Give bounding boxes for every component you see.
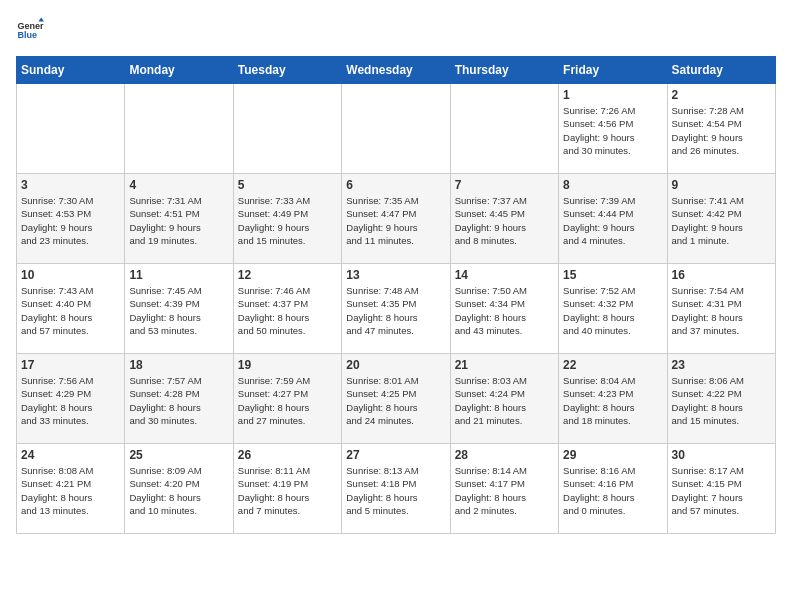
calendar-day-cell: 14Sunrise: 7:50 AM Sunset: 4:34 PM Dayli… — [450, 264, 558, 354]
day-number: 1 — [563, 88, 662, 102]
day-info: Sunrise: 7:37 AM Sunset: 4:45 PM Dayligh… — [455, 194, 554, 247]
day-info: Sunrise: 8:04 AM Sunset: 4:23 PM Dayligh… — [563, 374, 662, 427]
day-number: 21 — [455, 358, 554, 372]
calendar-day-cell: 26Sunrise: 8:11 AM Sunset: 4:19 PM Dayli… — [233, 444, 341, 534]
calendar-day-cell: 1Sunrise: 7:26 AM Sunset: 4:56 PM Daylig… — [559, 84, 667, 174]
calendar-day-cell: 2Sunrise: 7:28 AM Sunset: 4:54 PM Daylig… — [667, 84, 775, 174]
day-number: 27 — [346, 448, 445, 462]
day-number: 5 — [238, 178, 337, 192]
calendar: SundayMondayTuesdayWednesdayThursdayFrid… — [16, 56, 776, 534]
day-info: Sunrise: 8:14 AM Sunset: 4:17 PM Dayligh… — [455, 464, 554, 517]
calendar-day-cell: 16Sunrise: 7:54 AM Sunset: 4:31 PM Dayli… — [667, 264, 775, 354]
page-header: General Blue — [16, 16, 776, 44]
day-info: Sunrise: 7:59 AM Sunset: 4:27 PM Dayligh… — [238, 374, 337, 427]
logo: General Blue — [16, 16, 48, 44]
day-header: Sunday — [17, 57, 125, 84]
day-number: 12 — [238, 268, 337, 282]
calendar-day-cell: 3Sunrise: 7:30 AM Sunset: 4:53 PM Daylig… — [17, 174, 125, 264]
calendar-day-cell: 21Sunrise: 8:03 AM Sunset: 4:24 PM Dayli… — [450, 354, 558, 444]
day-info: Sunrise: 8:11 AM Sunset: 4:19 PM Dayligh… — [238, 464, 337, 517]
day-number: 25 — [129, 448, 228, 462]
day-number: 2 — [672, 88, 771, 102]
day-header: Friday — [559, 57, 667, 84]
calendar-day-cell — [125, 84, 233, 174]
day-number: 13 — [346, 268, 445, 282]
calendar-day-cell: 18Sunrise: 7:57 AM Sunset: 4:28 PM Dayli… — [125, 354, 233, 444]
day-number: 16 — [672, 268, 771, 282]
day-info: Sunrise: 7:48 AM Sunset: 4:35 PM Dayligh… — [346, 284, 445, 337]
day-number: 3 — [21, 178, 120, 192]
day-info: Sunrise: 7:31 AM Sunset: 4:51 PM Dayligh… — [129, 194, 228, 247]
day-number: 23 — [672, 358, 771, 372]
day-header: Wednesday — [342, 57, 450, 84]
calendar-week-row: 1Sunrise: 7:26 AM Sunset: 4:56 PM Daylig… — [17, 84, 776, 174]
day-info: Sunrise: 7:46 AM Sunset: 4:37 PM Dayligh… — [238, 284, 337, 337]
day-info: Sunrise: 7:39 AM Sunset: 4:44 PM Dayligh… — [563, 194, 662, 247]
day-header: Thursday — [450, 57, 558, 84]
day-info: Sunrise: 7:50 AM Sunset: 4:34 PM Dayligh… — [455, 284, 554, 337]
calendar-day-cell: 5Sunrise: 7:33 AM Sunset: 4:49 PM Daylig… — [233, 174, 341, 264]
day-info: Sunrise: 7:43 AM Sunset: 4:40 PM Dayligh… — [21, 284, 120, 337]
day-number: 29 — [563, 448, 662, 462]
svg-text:General: General — [17, 21, 44, 31]
day-number: 19 — [238, 358, 337, 372]
logo-icon: General Blue — [16, 16, 44, 44]
calendar-week-row: 10Sunrise: 7:43 AM Sunset: 4:40 PM Dayli… — [17, 264, 776, 354]
calendar-day-cell: 4Sunrise: 7:31 AM Sunset: 4:51 PM Daylig… — [125, 174, 233, 264]
svg-marker-2 — [38, 17, 44, 21]
calendar-day-cell — [450, 84, 558, 174]
calendar-week-row: 24Sunrise: 8:08 AM Sunset: 4:21 PM Dayli… — [17, 444, 776, 534]
calendar-day-cell: 10Sunrise: 7:43 AM Sunset: 4:40 PM Dayli… — [17, 264, 125, 354]
day-number: 10 — [21, 268, 120, 282]
day-number: 22 — [563, 358, 662, 372]
svg-text:Blue: Blue — [17, 30, 37, 40]
day-info: Sunrise: 8:06 AM Sunset: 4:22 PM Dayligh… — [672, 374, 771, 427]
day-info: Sunrise: 7:33 AM Sunset: 4:49 PM Dayligh… — [238, 194, 337, 247]
day-info: Sunrise: 7:45 AM Sunset: 4:39 PM Dayligh… — [129, 284, 228, 337]
calendar-day-cell: 30Sunrise: 8:17 AM Sunset: 4:15 PM Dayli… — [667, 444, 775, 534]
calendar-day-cell — [342, 84, 450, 174]
calendar-day-cell: 15Sunrise: 7:52 AM Sunset: 4:32 PM Dayli… — [559, 264, 667, 354]
calendar-day-cell: 27Sunrise: 8:13 AM Sunset: 4:18 PM Dayli… — [342, 444, 450, 534]
calendar-week-row: 3Sunrise: 7:30 AM Sunset: 4:53 PM Daylig… — [17, 174, 776, 264]
day-info: Sunrise: 7:28 AM Sunset: 4:54 PM Dayligh… — [672, 104, 771, 157]
day-number: 26 — [238, 448, 337, 462]
day-info: Sunrise: 7:57 AM Sunset: 4:28 PM Dayligh… — [129, 374, 228, 427]
day-info: Sunrise: 7:54 AM Sunset: 4:31 PM Dayligh… — [672, 284, 771, 337]
calendar-day-cell: 8Sunrise: 7:39 AM Sunset: 4:44 PM Daylig… — [559, 174, 667, 264]
day-number: 24 — [21, 448, 120, 462]
day-number: 30 — [672, 448, 771, 462]
calendar-day-cell: 22Sunrise: 8:04 AM Sunset: 4:23 PM Dayli… — [559, 354, 667, 444]
calendar-header-row: SundayMondayTuesdayWednesdayThursdayFrid… — [17, 57, 776, 84]
day-number: 11 — [129, 268, 228, 282]
day-info: Sunrise: 8:13 AM Sunset: 4:18 PM Dayligh… — [346, 464, 445, 517]
day-header: Tuesday — [233, 57, 341, 84]
calendar-day-cell: 11Sunrise: 7:45 AM Sunset: 4:39 PM Dayli… — [125, 264, 233, 354]
day-info: Sunrise: 8:16 AM Sunset: 4:16 PM Dayligh… — [563, 464, 662, 517]
calendar-day-cell: 29Sunrise: 8:16 AM Sunset: 4:16 PM Dayli… — [559, 444, 667, 534]
day-header: Saturday — [667, 57, 775, 84]
day-info: Sunrise: 8:09 AM Sunset: 4:20 PM Dayligh… — [129, 464, 228, 517]
calendar-day-cell: 20Sunrise: 8:01 AM Sunset: 4:25 PM Dayli… — [342, 354, 450, 444]
day-number: 15 — [563, 268, 662, 282]
calendar-day-cell — [17, 84, 125, 174]
day-info: Sunrise: 7:41 AM Sunset: 4:42 PM Dayligh… — [672, 194, 771, 247]
day-number: 28 — [455, 448, 554, 462]
calendar-day-cell: 25Sunrise: 8:09 AM Sunset: 4:20 PM Dayli… — [125, 444, 233, 534]
calendar-day-cell: 6Sunrise: 7:35 AM Sunset: 4:47 PM Daylig… — [342, 174, 450, 264]
day-number: 9 — [672, 178, 771, 192]
day-info: Sunrise: 8:03 AM Sunset: 4:24 PM Dayligh… — [455, 374, 554, 427]
calendar-day-cell: 28Sunrise: 8:14 AM Sunset: 4:17 PM Dayli… — [450, 444, 558, 534]
day-info: Sunrise: 8:17 AM Sunset: 4:15 PM Dayligh… — [672, 464, 771, 517]
day-info: Sunrise: 7:56 AM Sunset: 4:29 PM Dayligh… — [21, 374, 120, 427]
calendar-day-cell: 24Sunrise: 8:08 AM Sunset: 4:21 PM Dayli… — [17, 444, 125, 534]
day-info: Sunrise: 7:26 AM Sunset: 4:56 PM Dayligh… — [563, 104, 662, 157]
calendar-day-cell: 13Sunrise: 7:48 AM Sunset: 4:35 PM Dayli… — [342, 264, 450, 354]
calendar-day-cell: 23Sunrise: 8:06 AM Sunset: 4:22 PM Dayli… — [667, 354, 775, 444]
calendar-day-cell: 9Sunrise: 7:41 AM Sunset: 4:42 PM Daylig… — [667, 174, 775, 264]
day-number: 17 — [21, 358, 120, 372]
day-info: Sunrise: 8:08 AM Sunset: 4:21 PM Dayligh… — [21, 464, 120, 517]
calendar-day-cell: 17Sunrise: 7:56 AM Sunset: 4:29 PM Dayli… — [17, 354, 125, 444]
day-info: Sunrise: 7:35 AM Sunset: 4:47 PM Dayligh… — [346, 194, 445, 247]
day-number: 18 — [129, 358, 228, 372]
